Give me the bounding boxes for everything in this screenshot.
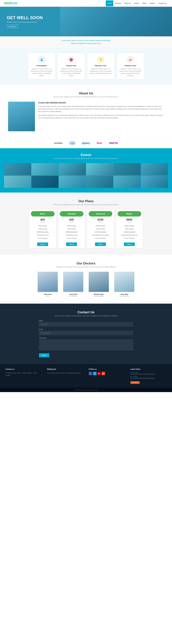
partner-workday: workday. — [54, 142, 63, 144]
contact-subtitle: There are many variations of passages of… — [8, 315, 164, 316]
contact-heading: Contact Us — [8, 310, 164, 314]
plan-feature-basic-5: Forum Support — [29, 237, 56, 240]
doctor-title-1: CEO — [36, 295, 59, 297]
plan-signup-basic[interactable]: Signup — [37, 242, 48, 246]
doctors-heading: Our Doctors — [4, 262, 168, 265]
logo: MEDPLUS — [4, 2, 17, 5]
news-text-2: Lorem ipsum dolor sit amet consecte — [130, 378, 167, 379]
event-image-5 — [114, 163, 141, 175]
news-item-2: Feb 4, 2015 Lorem ipsum dolor sit amet c… — [130, 376, 167, 379]
about-content: CLEAN AND MODERN DESIGN. Lorem ipsum dol… — [8, 102, 164, 131]
youtube-icon[interactable]: ▶ — [97, 372, 101, 375]
social-icons: f t ▶ g+ — [89, 372, 125, 375]
plan-period-standard: /month — [58, 222, 85, 223]
contact-title-container: Contact Us — [8, 310, 164, 314]
service-desc-consultation: Nullam ac rhoncus sapen, non gravida pur… — [30, 68, 53, 76]
svg-point-1 — [100, 58, 102, 60]
events-heading: Events — [4, 153, 168, 157]
plan-price-mighty: $995 — [116, 218, 143, 221]
contact-section: Contact Us There are many variations of … — [0, 304, 172, 364]
hero-content: GET WELL SOON Doloribus omnis minus temp… — [7, 15, 43, 28]
name-input[interactable] — [39, 322, 133, 326]
event-image-2 — [31, 163, 58, 175]
comments-label: Comments — [39, 337, 133, 339]
plan-feature-standard-3: 400GB Bandwidth — [58, 230, 85, 234]
partner-intel: intel — [69, 142, 75, 145]
event-image-8 — [31, 176, 58, 188]
footer-mailing-heading: Mailing list — [47, 368, 83, 370]
nav-services[interactable]: Services — [113, 0, 123, 6]
events-section: Events Lorem ipsum dolor sit amet, conse… — [0, 148, 172, 192]
plan-period-basic: /month — [29, 222, 56, 223]
service-card-critical: Critical Care Nullam ac rhoncus sapen, n… — [58, 53, 85, 79]
service-title-children: Children Care — [119, 65, 142, 67]
plan-header-standard: Standard — [60, 211, 83, 216]
plan-feature-advanced-1: 50GB Storage — [87, 224, 114, 228]
nav-doctors[interactable]: Doctors — [148, 0, 157, 6]
email-label: Email — [39, 328, 133, 330]
event-image-10 — [86, 176, 113, 188]
plan-feature-advanced-5: Forum Premium — [87, 237, 114, 240]
about-content-heading: CLEAN AND MODERN DESIGN. — [38, 102, 164, 104]
doctor-photo-2 — [63, 272, 83, 292]
get-more-button[interactable]: Get More — [130, 381, 140, 384]
form-group-name: Name — [39, 320, 133, 326]
womens-icon — [97, 56, 105, 63]
footer-col-news: Latest News Jan 12, 2015 Lorem ipsum dol… — [130, 368, 167, 384]
event-image-1 — [4, 163, 31, 175]
news-text-1: Lorem ipsum dolor sit amet consecte — [130, 373, 167, 375]
doctor-card-3: Ranith Kays Heart Surgeon — [87, 272, 110, 297]
about-image — [8, 102, 35, 131]
email-input[interactable] — [39, 331, 133, 335]
event-image-12 — [141, 176, 168, 188]
plan-feature-basic-3: 400GB Bandwidth — [29, 230, 56, 234]
plan-price-standard: $35 — [58, 218, 85, 221]
event-image-11 — [114, 176, 141, 188]
googleplus-icon[interactable]: g+ — [102, 372, 105, 375]
comments-textarea[interactable] — [39, 340, 133, 350]
facebook-icon[interactable]: f — [89, 372, 92, 375]
tagline-line2: fabulas complectitur deterruisset at pro — [5, 42, 167, 45]
plan-feature-mighty-5: Forum Premium — [116, 237, 143, 240]
news-date-1: Jan 12, 2015 — [130, 372, 167, 373]
plan-card-advanced: Advanced $155 /month 50GB Storage 3GB Ho… — [87, 210, 114, 248]
doctor-title-2: Sr. Physician — [62, 295, 85, 297]
doctors-title-container: Our Doctors — [4, 262, 168, 265]
plan-period-mighty: /month — [116, 222, 143, 223]
about-section: About Us At lorem ipsum available, but t… — [0, 85, 172, 138]
footer-col-mailing: Mailing list Lorem ipsum dolor sit amet,… — [47, 368, 83, 384]
footer-bottom-text: © 2015 MedPlus. All Rights Reserved. — [75, 389, 97, 391]
twitter-icon[interactable]: t — [93, 372, 96, 375]
event-image-3 — [59, 163, 86, 175]
submit-button[interactable]: Submit — [39, 353, 49, 357]
doctor-photo-3 — [89, 272, 109, 292]
nav-contact[interactable]: Contact Us — [157, 0, 168, 6]
contact-form: Name Email Comments Submit — [39, 320, 133, 357]
nav-about[interactable]: About Us — [123, 0, 133, 6]
service-desc-womens: Nullam ac rhoncus sapen, non gravida pur… — [89, 68, 112, 74]
nav-events[interactable]: Events — [133, 0, 141, 6]
service-card-children: Children Care Nullam ac rhoncus sapen, n… — [117, 53, 144, 79]
plan-signup-mighty[interactable]: Signup — [124, 242, 135, 246]
plans-subtitle: At lorem ipsum available, but the majori… — [4, 204, 168, 206]
plan-feature-mighty-1: 50GB Storage — [116, 224, 143, 228]
plan-signup-advanced[interactable]: Signup — [95, 242, 106, 246]
about-text: CLEAN AND MODERN DESIGN. Lorem ipsum dol… — [38, 102, 164, 131]
tagline-section: Lorem ipsum dolor sit amet, ea eum labit… — [0, 36, 172, 48]
doctor-name-3: Ranith Kays — [87, 293, 110, 295]
doctor-title-3: Heart Surgeon — [87, 295, 110, 297]
doctor-photo-1 — [38, 272, 58, 292]
hero-read-more-button[interactable]: Read More — [7, 25, 18, 28]
plan-signup-standard[interactable]: Signup — [66, 242, 77, 246]
plan-feature-advanced-3: 102GB Bandwidth — [87, 230, 114, 234]
plan-header-mighty: Mighty — [118, 211, 141, 216]
nav-home[interactable]: Home — [106, 0, 113, 6]
service-card-consultation: Consultation Nullam ac rhoncus sapen, no… — [28, 53, 55, 79]
doctor-card-1: John Doe CEO — [36, 272, 59, 297]
about-para2: Odo quaque reformidans est eu, exponiend… — [38, 114, 164, 119]
consultation-icon — [38, 56, 45, 63]
about-heading: About Us — [8, 92, 164, 95]
nav-plans[interactable]: Plans — [141, 0, 148, 6]
hero-subtext: Doloribus omnis minus temporibus perfere… — [7, 21, 43, 23]
plans-grid: Basic $25 /month 5GB Storage 1GB Hosting… — [4, 210, 168, 248]
